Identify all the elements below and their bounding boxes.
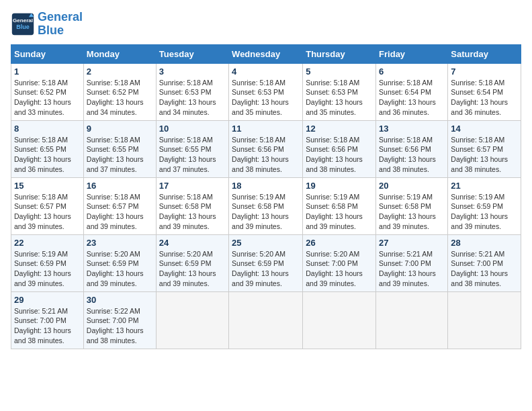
calendar-cell: 25 Sunrise: 5:20 AM Sunset: 6:59 PM Dayl… <box>229 234 303 291</box>
day-number: 28 <box>451 238 518 248</box>
calendar-cell: 1 Sunrise: 5:18 AM Sunset: 6:52 PM Dayli… <box>11 63 84 120</box>
weekday-header-thursday: Thursday <box>303 44 376 63</box>
day-info: Sunrise: 5:18 AM Sunset: 6:56 PM Dayligh… <box>379 135 445 175</box>
logo: General Blue General Blue <box>11 11 83 38</box>
day-number: 29 <box>14 295 81 305</box>
calendar-cell <box>156 291 228 349</box>
day-info: Sunrise: 5:18 AM Sunset: 6:55 PM Dayligh… <box>87 135 153 175</box>
calendar-cell: 28 Sunrise: 5:21 AM Sunset: 7:00 PM Dayl… <box>448 234 521 291</box>
calendar-cell: 17 Sunrise: 5:18 AM Sunset: 6:58 PM Dayl… <box>156 177 228 234</box>
calendar-cell: 16 Sunrise: 5:18 AM Sunset: 6:57 PM Dayl… <box>83 177 156 234</box>
day-number: 20 <box>379 181 445 191</box>
day-info: Sunrise: 5:18 AM Sunset: 6:52 PM Dayligh… <box>14 78 81 118</box>
day-info: Sunrise: 5:18 AM Sunset: 6:57 PM Dayligh… <box>451 135 518 175</box>
weekday-header-wednesday: Wednesday <box>229 44 303 63</box>
weekday-header-friday: Friday <box>376 44 448 63</box>
calendar-cell: 3 Sunrise: 5:18 AM Sunset: 6:53 PM Dayli… <box>156 63 228 120</box>
day-info: Sunrise: 5:21 AM Sunset: 7:00 PM Dayligh… <box>451 249 518 289</box>
day-number: 26 <box>306 238 373 248</box>
logo-text: General <box>38 11 83 24</box>
weekday-header-saturday: Saturday <box>448 44 521 63</box>
calendar-cell: 14 Sunrise: 5:18 AM Sunset: 6:57 PM Dayl… <box>448 120 521 177</box>
day-number: 7 <box>451 66 518 77</box>
calendar-cell: 22 Sunrise: 5:19 AM Sunset: 6:59 PM Dayl… <box>11 234 84 291</box>
day-number: 2 <box>87 66 153 77</box>
day-number: 14 <box>451 124 518 134</box>
calendar-cell <box>229 291 303 349</box>
day-number: 8 <box>14 124 81 134</box>
day-info: Sunrise: 5:21 AM Sunset: 7:00 PM Dayligh… <box>379 249 445 289</box>
calendar-cell: 20 Sunrise: 5:19 AM Sunset: 6:58 PM Dayl… <box>376 177 448 234</box>
logo-icon: General Blue <box>11 12 35 36</box>
calendar-cell: 7 Sunrise: 5:18 AM Sunset: 6:54 PM Dayli… <box>448 63 521 120</box>
calendar-cell: 11 Sunrise: 5:18 AM Sunset: 6:56 PM Dayl… <box>229 120 303 177</box>
day-info: Sunrise: 5:18 AM Sunset: 6:55 PM Dayligh… <box>14 135 81 175</box>
calendar-week-2: 8 Sunrise: 5:18 AM Sunset: 6:55 PM Dayli… <box>11 120 521 177</box>
day-number: 21 <box>451 181 518 191</box>
calendar-week-3: 15 Sunrise: 5:18 AM Sunset: 6:57 PM Dayl… <box>11 177 521 234</box>
calendar-cell: 4 Sunrise: 5:18 AM Sunset: 6:53 PM Dayli… <box>229 63 303 120</box>
calendar-cell: 23 Sunrise: 5:20 AM Sunset: 6:59 PM Dayl… <box>83 234 156 291</box>
calendar-cell: 13 Sunrise: 5:18 AM Sunset: 6:56 PM Dayl… <box>376 120 448 177</box>
day-info: Sunrise: 5:20 AM Sunset: 7:00 PM Dayligh… <box>306 249 373 289</box>
weekday-header-row: SundayMondayTuesdayWednesdayThursdayFrid… <box>11 44 521 63</box>
calendar-week-1: 1 Sunrise: 5:18 AM Sunset: 6:52 PM Dayli… <box>11 63 521 120</box>
day-info: Sunrise: 5:18 AM Sunset: 6:54 PM Dayligh… <box>379 78 445 118</box>
day-info: Sunrise: 5:20 AM Sunset: 6:59 PM Dayligh… <box>87 249 153 289</box>
day-info: Sunrise: 5:21 AM Sunset: 7:00 PM Dayligh… <box>14 306 81 346</box>
day-number: 10 <box>159 124 226 134</box>
day-number: 18 <box>232 181 300 191</box>
weekday-header-tuesday: Tuesday <box>156 44 228 63</box>
day-info: Sunrise: 5:19 AM Sunset: 6:58 PM Dayligh… <box>379 192 445 232</box>
calendar-table: SundayMondayTuesdayWednesdayThursdayFrid… <box>11 44 521 349</box>
day-number: 23 <box>87 238 153 248</box>
calendar-cell: 30 Sunrise: 5:22 AM Sunset: 7:00 PM Dayl… <box>83 291 156 349</box>
day-number: 4 <box>232 66 300 77</box>
day-number: 25 <box>232 238 300 248</box>
calendar-cell: 24 Sunrise: 5:20 AM Sunset: 6:59 PM Dayl… <box>156 234 228 291</box>
calendar-cell: 5 Sunrise: 5:18 AM Sunset: 6:53 PM Dayli… <box>303 63 376 120</box>
weekday-header-monday: Monday <box>83 44 156 63</box>
day-info: Sunrise: 5:20 AM Sunset: 6:59 PM Dayligh… <box>232 249 300 289</box>
logo-text2: Blue <box>38 24 83 38</box>
day-info: Sunrise: 5:19 AM Sunset: 6:58 PM Dayligh… <box>306 192 373 232</box>
calendar-cell: 18 Sunrise: 5:19 AM Sunset: 6:58 PM Dayl… <box>229 177 303 234</box>
day-number: 16 <box>87 181 153 191</box>
day-info: Sunrise: 5:19 AM Sunset: 6:58 PM Dayligh… <box>232 192 300 232</box>
calendar-cell <box>376 291 448 349</box>
day-info: Sunrise: 5:18 AM Sunset: 6:53 PM Dayligh… <box>306 78 373 118</box>
day-number: 13 <box>379 124 445 134</box>
calendar-week-5: 29 Sunrise: 5:21 AM Sunset: 7:00 PM Dayl… <box>11 291 521 349</box>
day-number: 1 <box>14 66 81 77</box>
calendar-cell: 21 Sunrise: 5:19 AM Sunset: 6:59 PM Dayl… <box>448 177 521 234</box>
calendar-cell: 26 Sunrise: 5:20 AM Sunset: 7:00 PM Dayl… <box>303 234 376 291</box>
day-info: Sunrise: 5:18 AM Sunset: 6:57 PM Dayligh… <box>14 192 81 232</box>
day-info: Sunrise: 5:18 AM Sunset: 6:58 PM Dayligh… <box>159 192 226 232</box>
calendar-cell: 27 Sunrise: 5:21 AM Sunset: 7:00 PM Dayl… <box>376 234 448 291</box>
calendar-cell: 19 Sunrise: 5:19 AM Sunset: 6:58 PM Dayl… <box>303 177 376 234</box>
svg-text:General: General <box>13 17 33 24</box>
day-number: 3 <box>159 66 226 77</box>
calendar-cell: 9 Sunrise: 5:18 AM Sunset: 6:55 PM Dayli… <box>83 120 156 177</box>
day-number: 9 <box>87 124 153 134</box>
svg-text:Blue: Blue <box>16 24 30 30</box>
day-number: 17 <box>159 181 226 191</box>
calendar-cell <box>303 291 376 349</box>
day-info: Sunrise: 5:18 AM Sunset: 6:57 PM Dayligh… <box>87 192 153 232</box>
day-info: Sunrise: 5:18 AM Sunset: 6:53 PM Dayligh… <box>159 78 226 118</box>
day-number: 30 <box>87 295 153 305</box>
day-info: Sunrise: 5:22 AM Sunset: 7:00 PM Dayligh… <box>87 306 153 346</box>
calendar-cell: 12 Sunrise: 5:18 AM Sunset: 6:56 PM Dayl… <box>303 120 376 177</box>
calendar-cell: 15 Sunrise: 5:18 AM Sunset: 6:57 PM Dayl… <box>11 177 84 234</box>
page-header: General Blue General Blue <box>11 11 521 38</box>
day-number: 15 <box>14 181 81 191</box>
day-info: Sunrise: 5:18 AM Sunset: 6:52 PM Dayligh… <box>87 78 153 118</box>
day-info: Sunrise: 5:20 AM Sunset: 6:59 PM Dayligh… <box>159 249 226 289</box>
calendar-cell: 6 Sunrise: 5:18 AM Sunset: 6:54 PM Dayli… <box>376 63 448 120</box>
day-number: 11 <box>232 124 300 134</box>
day-info: Sunrise: 5:18 AM Sunset: 6:54 PM Dayligh… <box>451 78 518 118</box>
calendar-cell <box>448 291 521 349</box>
weekday-header-sunday: Sunday <box>11 44 84 63</box>
day-number: 12 <box>306 124 373 134</box>
day-info: Sunrise: 5:19 AM Sunset: 6:59 PM Dayligh… <box>451 192 518 232</box>
